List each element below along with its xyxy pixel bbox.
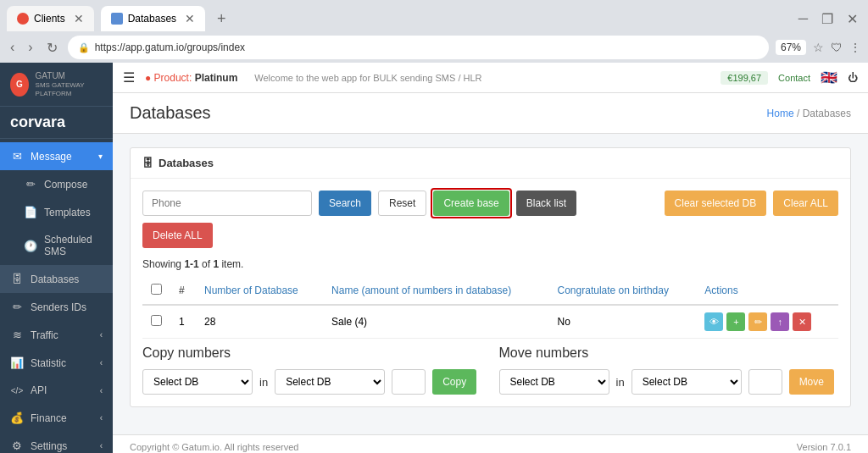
card-body: Search Reset Create base Black list Clea…: [131, 179, 850, 406]
tab-databases[interactable]: Databases ✕: [101, 6, 205, 31]
sidebar-traffic-label: Traffic: [31, 329, 58, 341]
hamburger-icon[interactable]: ☰: [123, 69, 135, 86]
sidebar-finance-label: Finance: [31, 412, 67, 424]
compose-icon: ✏: [24, 178, 37, 191]
statistic-arrow-icon: ‹: [100, 358, 103, 367]
copy-dest-select[interactable]: Select DB: [275, 369, 385, 395]
action-add-icon[interactable]: +: [726, 312, 745, 331]
breadcrumb-home[interactable]: Home: [767, 108, 794, 119]
copy-source-select[interactable]: Select DB: [142, 369, 253, 395]
language-flag[interactable]: 🇬🇧: [821, 69, 837, 86]
traffic-arrow-icon: ‹: [100, 330, 103, 340]
logout-icon[interactable]: ⏻: [848, 72, 858, 84]
senders-icon: ✏: [10, 301, 24, 313]
sidebar-item-scheduled-sms[interactable]: 🕐 Scheduled SMS: [0, 226, 113, 265]
move-button[interactable]: Move: [789, 369, 834, 395]
sidebar-senders-label: Senders IDs: [31, 301, 86, 313]
clear-all-button[interactable]: Clear ALL: [773, 191, 838, 216]
topbar-slogan: Welcome to the web app for BULK sending …: [254, 73, 481, 83]
browser-menu-icon[interactable]: ⋮: [849, 41, 861, 54]
create-base-wrapper: Create base: [433, 191, 509, 216]
tab-clients-close[interactable]: ✕: [74, 12, 84, 25]
copy-button[interactable]: Copy: [432, 369, 476, 395]
contact-link[interactable]: Contact: [778, 73, 810, 83]
topbar: ☰ ● Product: Platinum Welcome to the web…: [113, 63, 868, 93]
sidebar-item-finance[interactable]: 💰 Finance ‹: [0, 404, 113, 432]
page-header: Databases Home / Databases: [113, 93, 868, 134]
move-row: Select DB in Select DB Move: [499, 369, 839, 395]
action-delete-icon[interactable]: ✕: [793, 312, 811, 331]
new-tab-button[interactable]: +: [212, 8, 231, 30]
topbar-product: ● Product: Platinum: [145, 72, 237, 84]
breadcrumb: Home / Databases: [767, 108, 851, 119]
create-base-button[interactable]: Create base: [433, 191, 509, 216]
reset-button[interactable]: Reset: [378, 191, 426, 216]
row-name: Sale (4): [323, 305, 548, 339]
move-in-label: in: [616, 376, 625, 389]
templates-icon: 📄: [24, 206, 37, 218]
action-edit-icon[interactable]: ✏: [748, 312, 767, 331]
minimize-button[interactable]: ─: [795, 9, 811, 29]
sidebar-item-message[interactable]: ✉ Message ▾: [0, 142, 113, 170]
footer-copyright: Copyright © Gatum.io. All rights reserve…: [130, 442, 298, 452]
tab-clients[interactable]: Clients ✕: [7, 6, 94, 31]
refresh-button[interactable]: ↻: [43, 38, 61, 58]
search-button[interactable]: Search: [319, 191, 371, 216]
back-button[interactable]: ‹: [7, 38, 18, 57]
copy-count-input[interactable]: [392, 369, 426, 395]
row-checkbox[interactable]: [151, 315, 162, 326]
sidebar-scheduled-label: Scheduled SMS: [44, 234, 103, 257]
black-list-button[interactable]: Black list: [516, 191, 576, 216]
phone-input[interactable]: [142, 191, 312, 216]
extensions-icon[interactable]: 🛡: [831, 41, 843, 54]
balance-badge: €199,67: [721, 71, 768, 85]
showing-text: Showing 1-1 of 1 item.: [142, 258, 838, 270]
sidebar-item-statistic[interactable]: 📊 Statistic ‹: [0, 349, 113, 377]
copy-title: Copy numbers: [142, 345, 482, 361]
action-view-icon[interactable]: 👁: [704, 312, 723, 331]
move-source-select[interactable]: Select DB: [499, 369, 609, 395]
tab-databases-close[interactable]: ✕: [185, 12, 195, 25]
sidebar-settings-label: Settings: [31, 440, 67, 452]
sidebar-nav: ✉ Message ▾ ✏ Compose 📄 Templates 🕐 Sche…: [0, 139, 113, 453]
card-title: Databases: [159, 157, 214, 169]
move-dest-select[interactable]: Select DB: [632, 369, 742, 395]
delete-all-button[interactable]: Delete ALL: [142, 223, 213, 248]
address-bar[interactable]: 🔒 https://app.gatum.io/groups/index: [68, 36, 769, 59]
databases-favicon: [111, 13, 123, 25]
forward-button[interactable]: ›: [25, 38, 36, 57]
message-icon: ✉: [10, 150, 24, 163]
sidebar-item-databases[interactable]: 🗄 Databases: [0, 265, 113, 293]
message-arrow-icon: ▾: [98, 152, 103, 161]
clear-selected-db-button[interactable]: Clear selected DB: [665, 191, 767, 216]
sidebar-item-api[interactable]: </> API ‹: [0, 377, 113, 404]
row-db-number: 28: [196, 305, 323, 339]
tab-clients-label: Clients: [34, 13, 65, 25]
api-arrow-icon: ‹: [100, 386, 103, 395]
logo-icon: G: [10, 73, 29, 97]
sidebar-item-compose[interactable]: ✏ Compose: [0, 170, 113, 198]
close-browser-button[interactable]: ✕: [843, 9, 861, 29]
col-name: Name (amount of numbers in database): [323, 277, 548, 305]
action-upload-icon[interactable]: ↑: [771, 312, 789, 331]
select-all-checkbox[interactable]: [151, 284, 162, 295]
sidebar-item-settings[interactable]: ⚙ Settings ‹: [0, 432, 113, 453]
main-content: ☰ ● Product: Platinum Welcome to the web…: [113, 63, 868, 453]
traffic-icon: ≋: [10, 329, 24, 341]
sidebar-item-senders-ids[interactable]: ✏ Senders IDs: [0, 293, 113, 321]
card-header: 🗄 Databases: [131, 148, 850, 179]
clients-favicon: [17, 13, 29, 25]
sidebar-item-templates[interactable]: 📄 Templates: [0, 198, 113, 226]
sidebar-statistic-label: Statistic: [31, 357, 66, 369]
col-actions: Actions: [696, 277, 838, 305]
databases-card: 🗄 Databases Search Reset Create base: [130, 147, 851, 407]
logo-text: GATUM SMS GATEWAY PLATFORM: [36, 71, 103, 97]
move-count-input[interactable]: [748, 369, 782, 395]
sidebar-databases-label: Databases: [31, 273, 79, 285]
col-birthday: Congratulate on birthday: [549, 277, 697, 305]
bookmark-icon[interactable]: ☆: [813, 41, 824, 54]
row-num: 1: [170, 305, 196, 339]
maximize-button[interactable]: ❐: [818, 9, 837, 29]
move-numbers-box: Move numbers Select DB in Select DB: [499, 345, 839, 395]
sidebar-item-traffic[interactable]: ≋ Traffic ‹: [0, 321, 113, 349]
